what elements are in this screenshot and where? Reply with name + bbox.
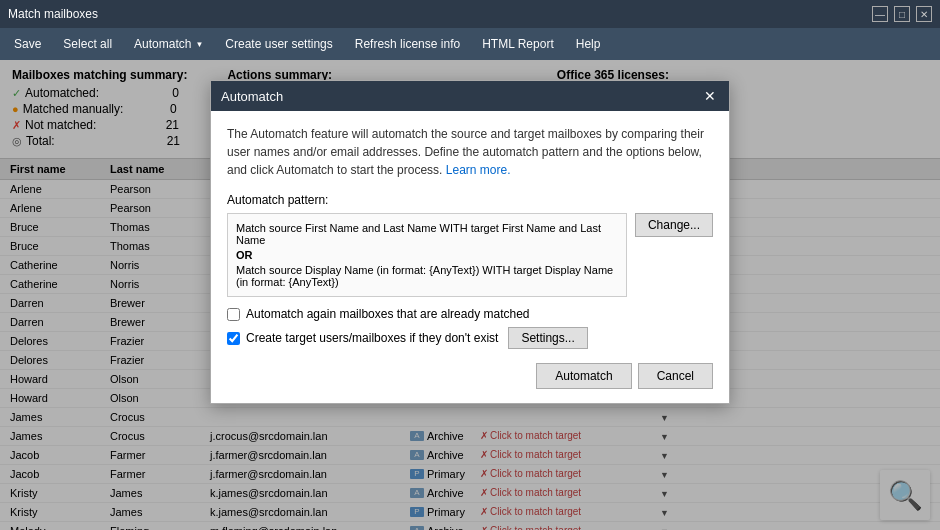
- title-bar: Match mailboxes — □ ✕: [0, 0, 940, 28]
- cancel-button[interactable]: Cancel: [638, 363, 713, 389]
- pattern-line-2: Match source Display Name (in format: {A…: [236, 264, 618, 288]
- menu-select-all[interactable]: Select all: [53, 33, 122, 55]
- close-button[interactable]: ✕: [916, 6, 932, 22]
- pattern-row: Match source First Name and Last Name WI…: [227, 213, 713, 297]
- create-target-row: Create target users/mailboxes if they do…: [227, 327, 713, 349]
- menu-refresh-license-info[interactable]: Refresh license info: [345, 33, 470, 55]
- pattern-line-1: Match source First Name and Last Name WI…: [236, 222, 618, 246]
- automatch-again-row: Automatch again mailboxes that are alrea…: [227, 307, 713, 321]
- create-target-label: Create target users/mailboxes if they do…: [246, 331, 498, 345]
- modal-close-button[interactable]: ✕: [701, 87, 719, 105]
- change-button[interactable]: Change...: [635, 213, 713, 237]
- pattern-box: Match source First Name and Last Name WI…: [227, 213, 627, 297]
- automatch-button[interactable]: Automatch: [536, 363, 631, 389]
- create-target-checkbox[interactable]: [227, 332, 240, 345]
- automatch-again-checkbox[interactable]: [227, 308, 240, 321]
- modal-body: The Automatch feature will automatch the…: [211, 111, 729, 403]
- modal-title-bar: Automatch ✕: [211, 81, 729, 111]
- automatch-again-label: Automatch again mailboxes that are alrea…: [246, 307, 530, 321]
- settings-button[interactable]: Settings...: [508, 327, 587, 349]
- menu-html-report[interactable]: HTML Report: [472, 33, 564, 55]
- modal-title: Automatch: [221, 89, 283, 104]
- maximize-button[interactable]: □: [894, 6, 910, 22]
- menu-bar: Save Select all Automatch ▼ Create user …: [0, 28, 940, 60]
- menu-help[interactable]: Help: [566, 33, 611, 55]
- minimize-button[interactable]: —: [872, 6, 888, 22]
- pattern-or: OR: [236, 249, 618, 261]
- modal-overlay: Automatch ✕ The Automatch feature will a…: [0, 60, 940, 530]
- menu-save[interactable]: Save: [4, 33, 51, 55]
- main-content: Mailboxes matching summary: ✓ Automatche…: [0, 60, 940, 530]
- window-controls[interactable]: — □ ✕: [872, 6, 932, 22]
- learn-more-link[interactable]: Learn more.: [446, 163, 511, 177]
- automatch-modal: Automatch ✕ The Automatch feature will a…: [210, 80, 730, 404]
- modal-footer: Automatch Cancel: [227, 363, 713, 389]
- menu-create-user-settings[interactable]: Create user settings: [215, 33, 342, 55]
- window-title: Match mailboxes: [8, 7, 98, 21]
- menu-automatch[interactable]: Automatch ▼: [124, 33, 213, 55]
- pattern-label: Automatch pattern:: [227, 193, 713, 207]
- automatch-arrow-icon: ▼: [195, 40, 203, 49]
- modal-description: The Automatch feature will automatch the…: [227, 125, 713, 179]
